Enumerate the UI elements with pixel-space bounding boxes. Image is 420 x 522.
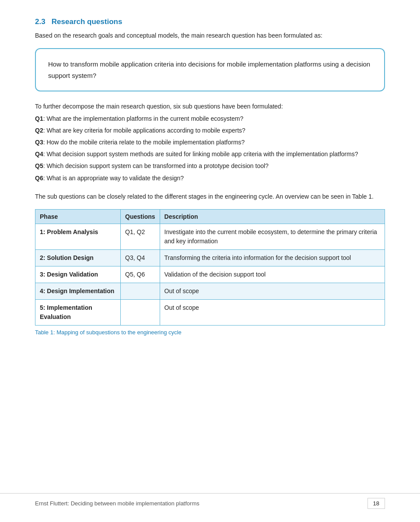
questions-cell: Q1, Q2 [121, 224, 160, 250]
questions-cell: Q3, Q4 [121, 250, 160, 266]
phase-cell: 2: Solution Design [35, 250, 121, 266]
q6-label: Q6 [35, 175, 43, 182]
sub-question-q4: Q4: What decision support system methods… [35, 149, 385, 160]
phase-cell: 5: Implementation Evaluation [35, 300, 121, 326]
page: 2.3 Research questions Based on the rese… [0, 0, 420, 522]
q2-label: Q2 [35, 127, 43, 134]
sub-question-q2: Q2: What are key criteria for mobile app… [35, 125, 385, 136]
table-row: 3: Design Validation Q5, Q6 Validation o… [35, 266, 385, 283]
sub-questions-intro: To further decompose the main research q… [35, 101, 385, 112]
phase-cell: 4: Design Implementation [35, 283, 121, 300]
col-header-questions: Questions [121, 210, 160, 224]
questions-cell [121, 283, 160, 300]
followup-paragraph: The sub questions can be closely related… [35, 192, 385, 201]
sub-question-q1: Q1: What are the implementation platform… [35, 113, 385, 124]
research-question-box: How to transform mobile application crit… [35, 48, 385, 91]
description-cell: Transforming the criteria into informati… [160, 250, 385, 266]
sub-question-q5: Q5: Which decision support system can be… [35, 161, 385, 172]
phase-cell: 3: Design Validation [35, 266, 121, 283]
research-question-text: How to transform mobile application crit… [48, 60, 370, 79]
footer-page-number: 18 [368, 498, 385, 509]
col-header-phase: Phase [35, 210, 121, 224]
table-row: 1: Problem Analysis Q1, Q2 Investigate i… [35, 224, 385, 250]
description-cell: Out of scope [160, 283, 385, 300]
description-cell: Validation of the decision support tool [160, 266, 385, 283]
section-title: Research questions [52, 18, 122, 26]
table-caption: Table 1: Mapping of subquestions to the … [35, 329, 385, 336]
questions-cell [121, 300, 160, 326]
phase-cell: 1: Problem Analysis [35, 224, 121, 250]
q4-label: Q4 [35, 151, 43, 158]
table-row: 4: Design Implementation Out of scope [35, 283, 385, 300]
table-row: 2: Solution Design Q3, Q4 Transforming t… [35, 250, 385, 266]
sub-question-q6: Q6: What is an appropriate way to valida… [35, 173, 385, 184]
section-heading: 2.3 Research questions [35, 18, 385, 26]
col-header-description: Description [160, 210, 385, 224]
sub-questions-block: To further decompose the main research q… [35, 101, 385, 183]
intro-paragraph: Based on the research goals and conceptu… [35, 31, 385, 40]
description-cell: Out of scope [160, 300, 385, 326]
description-cell: Investigate into the current mobile ecos… [160, 224, 385, 250]
table-row: 5: Implementation Evaluation Out of scop… [35, 300, 385, 326]
questions-cell: Q5, Q6 [121, 266, 160, 283]
q3-label: Q3 [35, 139, 43, 146]
page-footer: Ernst Fluttert: Deciding between mobile … [0, 493, 420, 509]
q1-label: Q1 [35, 115, 43, 122]
section-number: 2.3 [35, 18, 46, 26]
footer-text: Ernst Fluttert: Deciding between mobile … [35, 500, 200, 507]
phases-table: Phase Questions Description 1: Problem A… [35, 209, 385, 326]
sub-question-q3: Q3: How do the mobile criteria relate to… [35, 137, 385, 148]
q5-label: Q5 [35, 162, 43, 169]
